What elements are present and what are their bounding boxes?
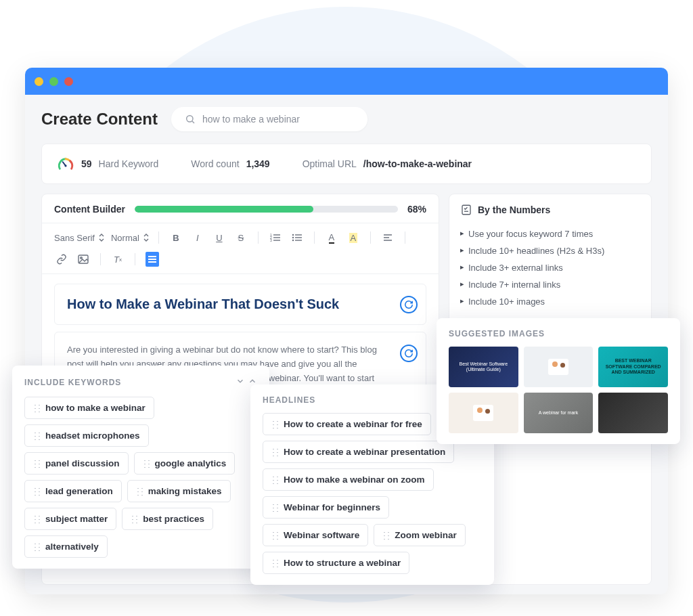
headline-chip[interactable]: How to create a webinar presentation [263,441,454,463]
checklist-icon [460,204,472,216]
headline-chip[interactable]: Webinar software [263,524,368,546]
heading-label: Normal [111,233,139,243]
underline-button[interactable]: U [212,230,227,245]
list-item: Use your focus keyword 7 times [460,225,640,242]
text-color-button[interactable]: A [324,230,339,245]
keyword-chip[interactable]: headset microphones [24,424,149,447]
suggested-image[interactable]: Best Webinar Software (Ultimate Guide) [449,347,518,387]
wordcount-label: Word count [191,158,239,169]
url-value: /how-to-make-a-webinar [363,158,472,169]
content-builder-title: Content Builder [54,204,125,215]
search-value: how to make a webinar [202,114,300,125]
grip-icon [271,447,279,457]
grip-icon [33,487,41,496]
metric-wordcount: Word count 1,349 [191,158,269,169]
traffic-light-red[interactable] [64,77,73,86]
grip-icon [271,475,279,485]
search-input[interactable]: how to make a webinar [171,107,367,131]
suggested-image[interactable]: A webinar for mark [524,393,594,433]
keyword-chip[interactable]: panel discussion [24,452,129,475]
gauge-icon [57,155,74,173]
include-keywords-title: INCLUDE KEYWORDS [24,378,121,387]
unordered-list-button[interactable] [290,230,305,245]
grip-icon [271,558,279,568]
italic-button[interactable]: I [190,230,205,245]
by-the-numbers-title: By the Numbers [478,204,550,215]
window-titlebar [25,68,668,95]
list-item: Include 7+ internal links [460,276,640,293]
keyword-chip[interactable]: google analytics [134,452,236,475]
svg-line-1 [192,121,194,123]
keyword-score: 59 [81,158,92,169]
ordered-list-button[interactable]: 123 [268,230,283,245]
url-label: Optimal URL [303,158,357,169]
suggested-image[interactable] [524,347,594,387]
search-icon [185,114,196,125]
document-title-block[interactable]: How to Make a Webinar That Doesn't Suck [54,284,426,325]
headline-chip[interactable]: How to structure a webinar [263,552,409,574]
thumbnail-people-icon [473,405,493,421]
align-button[interactable] [380,230,395,245]
suggested-image[interactable] [598,393,668,433]
highlight-button[interactable]: A [346,230,361,245]
editor-toolbar: Sans Serif Normal B I U S 123 [42,223,439,274]
grip-icon [33,431,41,441]
regenerate-title-button[interactable] [400,296,418,313]
svg-point-14 [292,237,294,238]
traffic-light-yellow[interactable] [35,77,43,86]
by-the-numbers-list: Use your focus keyword 7 times Include 1… [460,225,640,310]
keyword-chip[interactable]: alternatively [24,535,108,558]
strikethrough-button[interactable]: S [233,230,248,245]
bold-button[interactable]: B [169,230,183,245]
clear-format-button[interactable]: Tx [110,252,125,267]
grip-icon [143,459,150,468]
grip-icon [33,542,41,552]
updown-icon [143,234,149,242]
metric-keyword-difficulty: 59 Hard Keyword [57,155,158,173]
keyword-chips: how to make a webinar headset microphone… [24,397,257,558]
regenerate-body-button[interactable] [400,345,418,362]
keyword-chip[interactable]: making mistakes [127,480,231,502]
updown-icon [99,234,104,242]
keyword-chip[interactable]: best practices [122,508,213,530]
list-item: Include 10+ headlines (H2s & H3s) [460,242,640,259]
document-button[interactable] [145,252,160,267]
content-progress-percent: 68% [407,204,426,215]
keyword-chip[interactable]: how to make a webinar [24,397,154,419]
grip-icon [382,531,390,540]
suggested-images-title: SUGGESTED IMAGES [449,329,668,338]
keyword-label: Hard Keyword [99,158,159,169]
include-keywords-card: INCLUDE KEYWORDS how to make a webinar h… [12,366,269,569]
svg-point-3 [64,164,66,167]
suggested-image[interactable]: BEST WEBINAR SOFTWARE COMPARED AND SUMMA… [598,347,668,387]
svg-point-20 [81,257,83,259]
progress-bar [135,206,313,213]
headline-chip[interactable]: Zoom webinar [374,524,466,546]
keyword-chip[interactable]: subject matter [24,508,116,530]
image-button[interactable] [76,252,91,267]
traffic-light-green[interactable] [49,77,58,86]
grip-icon [131,514,138,524]
headline-chip[interactable]: How to create a webinar for free [263,413,431,435]
headline-chip[interactable]: How to make a webinar on zoom [263,468,434,491]
grip-icon [271,531,279,540]
font-family-select[interactable]: Sans Serif [54,233,104,243]
font-family-label: Sans Serif [54,233,95,243]
grip-icon [271,420,279,429]
grip-icon [33,459,41,468]
headline-chip[interactable]: Webinar for beginners [263,496,389,519]
suggested-images-card: SUGGESTED IMAGES Best Webinar Software (… [437,318,680,444]
page-title: Create Content [41,110,158,129]
wordcount-value: 1,349 [246,158,270,169]
link-button[interactable] [54,252,69,267]
metrics-card: 59 Hard Keyword Word count 1,349 Optimal… [41,144,652,184]
refresh-icon [404,300,413,309]
svg-point-15 [292,240,294,241]
metric-url: Optimal URL /how-to-make-a-webinar [303,158,472,169]
heading-select[interactable]: Normal [111,233,149,243]
grip-icon [33,403,41,413]
keyword-chip[interactable]: lead generation [24,480,122,502]
document-title: How to Make a Webinar That Doesn't Suck [67,296,385,312]
suggested-image[interactable] [449,393,518,433]
collapse-down-icon[interactable] [236,376,245,389]
